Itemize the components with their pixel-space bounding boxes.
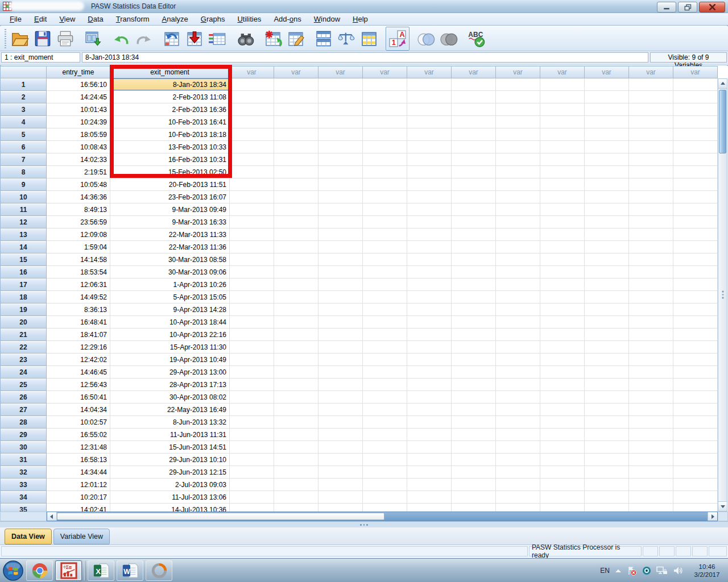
empty-var-cell[interactable] <box>318 366 363 379</box>
weight-cases-button[interactable] <box>335 27 358 50</box>
empty-var-cell[interactable] <box>363 191 407 203</box>
empty-var-cell[interactable] <box>274 253 318 266</box>
empty-var-cell[interactable] <box>318 329 363 341</box>
entry-time-cell[interactable]: 10:24:39 <box>47 116 110 128</box>
empty-var-cell[interactable] <box>673 491 718 504</box>
empty-var-cell[interactable] <box>673 466 718 479</box>
entry-time-cell[interactable]: 23:56:59 <box>47 216 110 228</box>
empty-var-cell[interactable] <box>274 479 318 491</box>
empty-var-cell[interactable] <box>274 153 318 166</box>
exit-moment-cell[interactable]: 29-Jun-2013 10:10 <box>110 454 230 466</box>
empty-var-cell[interactable] <box>318 116 363 128</box>
empty-var-cell[interactable] <box>274 429 318 441</box>
empty-var-cell[interactable] <box>274 178 318 191</box>
variables-button[interactable] <box>206 27 229 50</box>
scroll-right-button[interactable] <box>708 512 717 521</box>
selected-cell[interactable]: 8-Jan-2013 18:34 <box>110 78 230 91</box>
empty-var-cell[interactable] <box>629 178 673 191</box>
empty-var-cell[interactable] <box>407 291 452 304</box>
empty-var-cell[interactable] <box>629 278 673 291</box>
empty-var-cell[interactable] <box>629 291 673 304</box>
exit-moment-cell[interactable]: 30-Mar-2013 08:58 <box>110 253 230 266</box>
empty-var-cell[interactable] <box>452 329 496 341</box>
empty-var-cell[interactable] <box>540 316 585 329</box>
empty-var-cell[interactable] <box>496 316 540 329</box>
entry-time-cell[interactable]: 16:48:41 <box>47 316 110 329</box>
empty-var-cell[interactable] <box>318 166 363 178</box>
insert-cases-button[interactable] <box>262 27 284 50</box>
empty-var-cell[interactable] <box>673 166 718 178</box>
empty-var-cell[interactable] <box>230 466 274 479</box>
empty-var-cell[interactable] <box>407 304 452 316</box>
empty-var-cell[interactable] <box>496 354 540 366</box>
empty-var-cell[interactable] <box>363 404 407 416</box>
entry-time-cell[interactable]: 14:46:45 <box>47 366 110 379</box>
empty-var-cell[interactable] <box>540 116 585 128</box>
empty-var-cell[interactable] <box>363 216 407 228</box>
empty-var-cell[interactable] <box>318 266 363 278</box>
empty-var-cell[interactable] <box>585 329 629 341</box>
empty-var-cell[interactable] <box>452 404 496 416</box>
empty-var-cell[interactable] <box>585 216 629 228</box>
horizontal-scrollbar[interactable] <box>47 512 718 521</box>
empty-var-cell[interactable] <box>673 216 718 228</box>
empty-var-cell[interactable] <box>673 379 718 391</box>
empty-var-cell[interactable] <box>629 266 673 278</box>
empty-var-cell[interactable] <box>407 416 452 429</box>
empty-var-cell[interactable] <box>407 454 452 466</box>
menu-item-graphs[interactable]: Graphs <box>195 14 231 24</box>
row-number-header[interactable]: 16 <box>0 266 47 278</box>
vertical-pane-splitter[interactable] <box>722 291 725 299</box>
empty-var-cell[interactable] <box>274 466 318 479</box>
empty-var-cell[interactable] <box>540 103 585 116</box>
empty-var-cell[interactable] <box>363 253 407 266</box>
empty-var-cell[interactable] <box>673 128 718 141</box>
empty-var-cell[interactable] <box>496 166 540 178</box>
menu-item-data[interactable]: Data <box>81 14 109 24</box>
empty-var-cell[interactable] <box>230 278 274 291</box>
close-button[interactable] <box>699 2 725 13</box>
undo-button[interactable] <box>110 27 133 50</box>
empty-var-cell[interactable] <box>540 341 585 354</box>
row-number-header[interactable]: 4 <box>0 116 47 128</box>
empty-var-cell[interactable] <box>452 116 496 128</box>
insert-variable-button[interactable] <box>284 27 307 50</box>
empty-var-cell[interactable] <box>629 341 673 354</box>
empty-var-cell[interactable] <box>585 103 629 116</box>
empty-var-cell[interactable] <box>230 178 274 191</box>
empty-var-cell[interactable] <box>629 491 673 504</box>
empty-var-cell[interactable] <box>585 429 629 441</box>
empty-var-cell[interactable] <box>452 78 496 91</box>
empty-var-cell[interactable] <box>363 491 407 504</box>
empty-var-cell[interactable] <box>629 441 673 454</box>
empty-var-cell[interactable] <box>318 404 363 416</box>
column-header-var[interactable]: var <box>452 66 496 78</box>
empty-var-cell[interactable] <box>673 341 718 354</box>
empty-var-cell[interactable] <box>496 191 540 203</box>
empty-var-cell[interactable] <box>585 341 629 354</box>
empty-var-cell[interactable] <box>407 253 452 266</box>
empty-var-cell[interactable] <box>230 191 274 203</box>
empty-var-cell[interactable] <box>363 228 407 241</box>
empty-var-cell[interactable] <box>318 429 363 441</box>
row-number-header[interactable]: 2 <box>0 91 47 103</box>
exit-moment-cell[interactable]: 2-Jul-2013 09:03 <box>110 479 230 491</box>
row-number-header[interactable]: 7 <box>0 153 47 166</box>
empty-var-cell[interactable] <box>230 203 274 216</box>
empty-var-cell[interactable] <box>230 316 274 329</box>
entry-time-cell[interactable]: 14:14:58 <box>47 253 110 266</box>
empty-var-cell[interactable] <box>585 153 629 166</box>
empty-var-cell[interactable] <box>496 278 540 291</box>
empty-var-cell[interactable] <box>540 291 585 304</box>
row-number-header[interactable]: 28 <box>0 416 47 429</box>
empty-var-cell[interactable] <box>540 354 585 366</box>
empty-var-cell[interactable] <box>540 404 585 416</box>
empty-var-cell[interactable] <box>585 366 629 379</box>
entry-time-cell[interactable]: 12:01:12 <box>47 479 110 491</box>
empty-var-cell[interactable] <box>274 203 318 216</box>
empty-var-cell[interactable] <box>452 241 496 253</box>
use-variable-sets-button[interactable] <box>415 27 437 50</box>
empty-var-cell[interactable] <box>318 304 363 316</box>
empty-var-cell[interactable] <box>540 241 585 253</box>
empty-var-cell[interactable] <box>452 178 496 191</box>
